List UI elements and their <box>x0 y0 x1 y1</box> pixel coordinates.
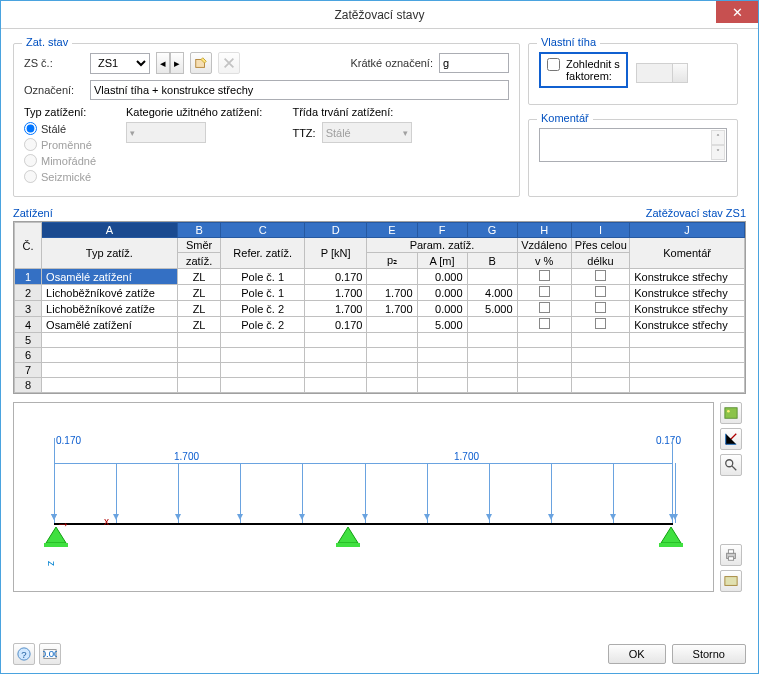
svg-rect-7 <box>725 408 737 419</box>
komentar-textarea[interactable]: ˄˅ <box>539 128 727 162</box>
svg-rect-12 <box>728 550 733 554</box>
tool-print-icon[interactable] <box>720 544 742 566</box>
svg-line-10 <box>732 466 736 470</box>
ok-button[interactable]: OK <box>608 644 666 664</box>
table-row[interactable]: 6 <box>15 348 745 363</box>
svg-point-8 <box>727 410 730 413</box>
komentar-legend: Komentář <box>537 112 593 124</box>
kategorie-select <box>126 122 206 143</box>
help-button[interactable]: ? <box>13 643 35 665</box>
zohlednit-checkbox[interactable] <box>547 58 560 71</box>
svg-point-9 <box>726 460 733 467</box>
zs-label: ZS č.: <box>24 57 84 69</box>
new-button[interactable] <box>190 52 212 74</box>
kratke-input[interactable] <box>439 53 509 73</box>
vlastni-tiha-legend: Vlastní tíha <box>537 36 600 48</box>
tool-image-icon[interactable] <box>720 402 742 424</box>
table-row[interactable]: 2Lichoběžníkové zatížeZLPole č. 11.7001.… <box>15 285 745 301</box>
zat-stav-legend: Zat. stav <box>22 36 72 48</box>
svg-rect-6 <box>659 543 683 547</box>
svg-marker-5 <box>661 527 681 543</box>
svg-rect-13 <box>728 557 733 561</box>
zatizeni-label: Zatížení <box>13 207 53 219</box>
table-row[interactable]: 8 <box>15 378 745 393</box>
zatizeni-grid[interactable]: Č.ABCDEFGHIJTyp zatíž.SměrRefer. zatíž.P… <box>13 221 746 394</box>
svg-text:0.00: 0.00 <box>43 648 57 659</box>
table-row[interactable]: 1Osamělé zatíženíZLPole č. 10.1700.000Ko… <box>15 269 745 285</box>
svg-rect-4 <box>336 543 360 547</box>
zs-select[interactable]: ZS1 <box>90 53 150 74</box>
tool-settings-icon[interactable] <box>720 570 742 592</box>
trida-label: Třída trvání zatížení: <box>292 106 411 118</box>
oznaceni-input[interactable] <box>90 80 509 100</box>
table-row[interactable]: 7 <box>15 363 745 378</box>
oznaceni-label: Označení: <box>24 84 84 96</box>
tool-axis-icon[interactable] <box>720 428 742 450</box>
svg-text:?: ? <box>21 649 26 660</box>
table-row[interactable]: 3Lichoběžníkové zatížeZLPole č. 21.7001.… <box>15 301 745 317</box>
komentar-group: Komentář ˄˅ <box>528 119 738 197</box>
delete-button[interactable] <box>218 52 240 74</box>
svg-marker-3 <box>338 527 358 543</box>
typ-zatizeni-label: Typ zatížení: <box>24 106 96 118</box>
radio-promenne[interactable]: Proměnné <box>24 138 96 151</box>
scroll-up-icon[interactable]: ˄ <box>711 130 725 145</box>
zatizeni-right-label: Zatěžovací stav ZS1 <box>646 207 746 219</box>
zat-stav-group: Zat. stav ZS č.: ZS1 ◂ ▸ Krátké označení… <box>13 43 520 197</box>
zohlednit-label1: Zohlednit s <box>566 58 620 70</box>
prev-button[interactable]: ◂ <box>156 52 170 74</box>
units-button[interactable]: 0.00 <box>39 643 61 665</box>
zohlednit-label2: faktorem: <box>566 70 620 82</box>
preview-canvas: 0.170 1.700 1.700 0.170 → x ↓ z <box>13 402 714 592</box>
table-row[interactable]: 5 <box>15 333 745 348</box>
ttz-select: Stálé <box>322 122 412 143</box>
storno-button[interactable]: Storno <box>672 644 746 664</box>
svg-marker-1 <box>46 527 66 543</box>
window-title: Zatěžovací stavy <box>334 8 424 22</box>
radio-stale[interactable]: Stálé <box>24 122 96 135</box>
faktor-spinner <box>636 63 688 83</box>
kratke-label: Krátké označení: <box>350 57 433 69</box>
table-row[interactable]: 4Osamělé zatíženíZLPole č. 20.1705.000Ko… <box>15 317 745 333</box>
ttz-label: TTZ: <box>292 127 315 139</box>
next-button[interactable]: ▸ <box>170 52 184 74</box>
scroll-down-icon[interactable]: ˅ <box>711 145 725 160</box>
svg-rect-14 <box>725 577 737 586</box>
svg-rect-2 <box>44 543 68 547</box>
zohlednit-highlight: Zohlednit s faktorem: <box>539 52 628 88</box>
vlastni-tiha-group: Vlastní tíha Zohlednit s faktorem: <box>528 43 738 105</box>
kategorie-label: Kategorie užitného zatížení: <box>126 106 262 118</box>
tool-zoom-icon[interactable] <box>720 454 742 476</box>
radio-seizmicke[interactable]: Seizmické <box>24 170 96 183</box>
close-button[interactable]: ✕ <box>716 1 758 23</box>
radio-mimoradne[interactable]: Mimořádné <box>24 154 96 167</box>
